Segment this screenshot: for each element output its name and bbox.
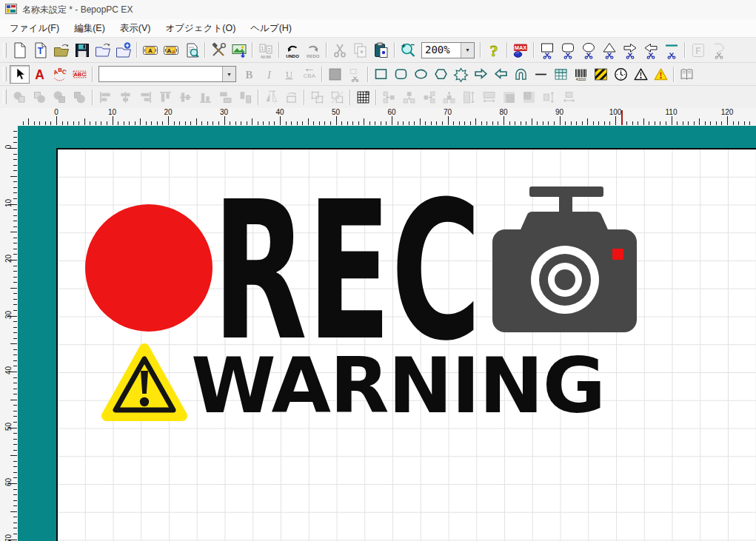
design-warning-triangle-graphic[interactable] [107,349,182,416]
ruler-tick [643,118,644,125]
ruler-tick [196,118,197,125]
ruler-tick [403,121,404,125]
design-red-circle[interactable] [85,204,213,332]
grid-table-button[interactable] [353,88,373,107]
cut-arrow-right-button[interactable] [620,40,640,60]
ruler-tick [744,121,745,125]
save-floppy-button[interactable] [72,40,93,60]
flip-horizontal-icon [264,90,279,105]
menu-help[interactable]: ヘルプ(H) [243,19,299,38]
cut-square-button[interactable] [537,40,558,60]
clock-button[interactable] [611,65,631,84]
warning-triangle-color-button[interactable] [651,65,671,84]
shape-ellipse-icon [413,67,429,82]
ruler-tick [140,118,141,125]
canvas[interactable]: REC WARNING [56,148,756,541]
warning-triangle-color-icon [653,67,669,82]
label-text-edit-button[interactable]: Aa [161,40,181,60]
help-icon: ? [485,41,503,59]
paste-button[interactable] [371,40,392,60]
cut-arrow-left-button[interactable] [640,40,661,60]
import-folder-button[interactable] [93,40,113,60]
distribute-horizontal-icon [218,90,233,105]
ruler-number: 110 [666,108,678,116]
add-folder-button[interactable] [113,40,134,60]
hazard-stripes-icon [593,67,609,82]
cut-circle-button[interactable] [578,40,599,60]
toolbar-separator [367,67,369,82]
shape-arch-button[interactable] [511,65,531,84]
menu-edit[interactable]: 編集(E) [67,19,113,38]
max-logo-button[interactable]: MAX [510,40,531,60]
open-folder-button[interactable] [51,40,72,60]
stretch-vertical-icon [541,90,557,105]
shape-arrow-left-button[interactable] [491,65,511,84]
font-combobox[interactable]: ▼ [98,66,236,82]
zoom-combobox[interactable]: 200%▼ [421,42,475,58]
toolbar-separator [375,90,377,105]
zoom-combobox-value[interactable]: 200% [422,43,461,58]
chevron-down-icon[interactable]: ▼ [222,67,235,81]
new-document-button[interactable] [10,40,30,60]
cut-triangle-button[interactable] [599,40,620,60]
select-cursor-button[interactable] [10,65,30,84]
menu-file[interactable]: ファイル(F) [2,19,67,38]
image-import-button[interactable] [229,40,250,60]
copy-button [350,40,371,60]
ruler-tick [10,232,17,232]
symbol-book-button[interactable] [677,65,697,84]
ruler-tick [241,121,241,125]
shape-rounded-rectangle-button[interactable] [391,65,411,84]
design-camera-graphic[interactable] [492,187,637,332]
warning-triangle-mono-button[interactable] [631,65,651,84]
zoom-magnifier-button[interactable] [398,40,418,60]
design-warning-text[interactable]: WARNING [191,340,606,431]
ruler-tick [504,116,504,125]
bold-icon: B [241,67,257,82]
ruler-tick [13,450,17,451]
ruler-tick [50,121,51,125]
print-preview-button[interactable] [181,40,202,60]
shape-rectangle-button[interactable] [371,65,391,84]
chevron-down-icon[interactable]: ▼ [461,43,474,58]
toolbar-separator [258,90,259,105]
toolbar-separator [321,67,323,82]
frame-text-tool-button[interactable]: ABC [70,65,90,84]
cut-rounded-square-button[interactable] [558,40,578,60]
text-tool-button[interactable]: A [30,65,50,84]
barcode-button[interactable]: 43210 [571,65,591,84]
warning-triangle-mono-icon [633,67,649,82]
table-button[interactable] [551,65,571,84]
ruler-tick [532,118,532,125]
ruler-tick [224,116,225,125]
font-combobox-value[interactable] [99,67,222,81]
undo-button[interactable]: UNDO [282,40,303,60]
ruler-tick [431,121,432,125]
help-button[interactable]: ? [484,40,504,60]
cut-line-button[interactable] [661,40,682,60]
settings-tools-button[interactable] [208,40,229,60]
new-text-document-button[interactable]: T [30,40,51,60]
save-floppy-icon [73,41,91,59]
ruler-tick [13,209,17,210]
shape-cut-button [345,65,365,84]
ruler-tick [247,121,247,125]
shape-arrow-left-icon [493,67,509,82]
shape-line-button[interactable] [531,65,551,84]
ruler-tick [705,121,706,125]
shape-arrow-right-button[interactable] [471,65,491,84]
label-object-button[interactable]: A [140,40,161,60]
redo-icon: REDO [304,41,322,59]
color-swatch-button[interactable] [325,65,345,84]
shape-ellipse-button[interactable] [411,65,431,84]
menu-view[interactable]: 表示(V) [113,19,158,38]
menu-object[interactable]: オブジェクト(O) [158,19,243,38]
ruler-tick [13,137,17,138]
hazard-stripes-button[interactable] [591,65,611,84]
ruler-number: 90 [555,108,563,116]
shape-star-button[interactable] [451,65,471,84]
ruler-tick [615,116,616,125]
arc-text-tool-button[interactable]: ABC [50,65,70,84]
shape-hexagon-button[interactable] [431,65,451,84]
new-document-icon [11,41,29,59]
